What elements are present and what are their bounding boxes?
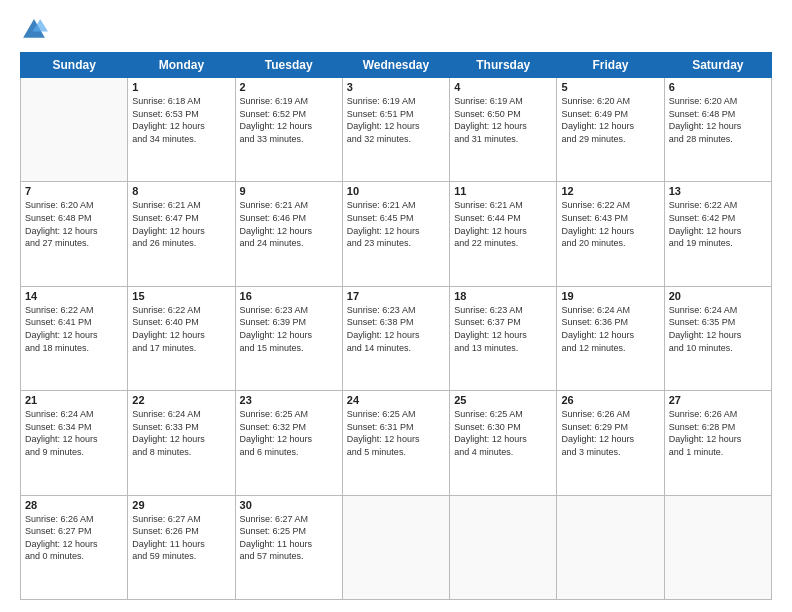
calendar-header-row: SundayMondayTuesdayWednesdayThursdayFrid… (21, 53, 772, 78)
calendar-day-header: Saturday (664, 53, 771, 78)
calendar-day-cell (450, 495, 557, 599)
calendar-day-cell: 19Sunrise: 6:24 AM Sunset: 6:36 PM Dayli… (557, 286, 664, 390)
day-info: Sunrise: 6:25 AM Sunset: 6:30 PM Dayligh… (454, 408, 552, 458)
calendar-day-header: Wednesday (342, 53, 449, 78)
day-info: Sunrise: 6:22 AM Sunset: 6:41 PM Dayligh… (25, 304, 123, 354)
day-number: 1 (132, 81, 230, 93)
day-info: Sunrise: 6:24 AM Sunset: 6:36 PM Dayligh… (561, 304, 659, 354)
day-info: Sunrise: 6:20 AM Sunset: 6:48 PM Dayligh… (25, 199, 123, 249)
day-number: 24 (347, 394, 445, 406)
calendar-day-cell (342, 495, 449, 599)
day-info: Sunrise: 6:23 AM Sunset: 6:37 PM Dayligh… (454, 304, 552, 354)
calendar-week-row: 14Sunrise: 6:22 AM Sunset: 6:41 PM Dayli… (21, 286, 772, 390)
calendar-day-cell: 8Sunrise: 6:21 AM Sunset: 6:47 PM Daylig… (128, 182, 235, 286)
day-info: Sunrise: 6:19 AM Sunset: 6:50 PM Dayligh… (454, 95, 552, 145)
calendar-day-cell: 4Sunrise: 6:19 AM Sunset: 6:50 PM Daylig… (450, 78, 557, 182)
day-info: Sunrise: 6:21 AM Sunset: 6:45 PM Dayligh… (347, 199, 445, 249)
calendar-day-cell: 30Sunrise: 6:27 AM Sunset: 6:25 PM Dayli… (235, 495, 342, 599)
page: SundayMondayTuesdayWednesdayThursdayFrid… (0, 0, 792, 612)
calendar-day-header: Friday (557, 53, 664, 78)
day-info: Sunrise: 6:24 AM Sunset: 6:35 PM Dayligh… (669, 304, 767, 354)
calendar-day-cell: 13Sunrise: 6:22 AM Sunset: 6:42 PM Dayli… (664, 182, 771, 286)
day-info: Sunrise: 6:22 AM Sunset: 6:40 PM Dayligh… (132, 304, 230, 354)
calendar-day-cell (664, 495, 771, 599)
calendar-day-cell: 10Sunrise: 6:21 AM Sunset: 6:45 PM Dayli… (342, 182, 449, 286)
logo (20, 16, 52, 44)
day-number: 19 (561, 290, 659, 302)
day-number: 6 (669, 81, 767, 93)
day-info: Sunrise: 6:20 AM Sunset: 6:48 PM Dayligh… (669, 95, 767, 145)
calendar-week-row: 7Sunrise: 6:20 AM Sunset: 6:48 PM Daylig… (21, 182, 772, 286)
day-info: Sunrise: 6:25 AM Sunset: 6:32 PM Dayligh… (240, 408, 338, 458)
day-info: Sunrise: 6:26 AM Sunset: 6:29 PM Dayligh… (561, 408, 659, 458)
day-number: 20 (669, 290, 767, 302)
day-number: 28 (25, 499, 123, 511)
calendar-day-cell: 21Sunrise: 6:24 AM Sunset: 6:34 PM Dayli… (21, 391, 128, 495)
calendar-day-header: Sunday (21, 53, 128, 78)
day-number: 18 (454, 290, 552, 302)
day-info: Sunrise: 6:21 AM Sunset: 6:47 PM Dayligh… (132, 199, 230, 249)
calendar-day-header: Tuesday (235, 53, 342, 78)
day-number: 22 (132, 394, 230, 406)
calendar-day-cell: 6Sunrise: 6:20 AM Sunset: 6:48 PM Daylig… (664, 78, 771, 182)
day-info: Sunrise: 6:23 AM Sunset: 6:38 PM Dayligh… (347, 304, 445, 354)
logo-icon (20, 16, 48, 44)
day-info: Sunrise: 6:21 AM Sunset: 6:44 PM Dayligh… (454, 199, 552, 249)
day-number: 21 (25, 394, 123, 406)
day-info: Sunrise: 6:22 AM Sunset: 6:42 PM Dayligh… (669, 199, 767, 249)
day-number: 9 (240, 185, 338, 197)
calendar-day-cell: 2Sunrise: 6:19 AM Sunset: 6:52 PM Daylig… (235, 78, 342, 182)
calendar-day-cell: 15Sunrise: 6:22 AM Sunset: 6:40 PM Dayli… (128, 286, 235, 390)
header (20, 16, 772, 44)
day-info: Sunrise: 6:19 AM Sunset: 6:51 PM Dayligh… (347, 95, 445, 145)
day-number: 8 (132, 185, 230, 197)
calendar-day-header: Monday (128, 53, 235, 78)
day-number: 27 (669, 394, 767, 406)
day-info: Sunrise: 6:26 AM Sunset: 6:27 PM Dayligh… (25, 513, 123, 563)
day-info: Sunrise: 6:24 AM Sunset: 6:34 PM Dayligh… (25, 408, 123, 458)
day-number: 3 (347, 81, 445, 93)
day-number: 4 (454, 81, 552, 93)
day-number: 2 (240, 81, 338, 93)
calendar-day-cell: 5Sunrise: 6:20 AM Sunset: 6:49 PM Daylig… (557, 78, 664, 182)
day-number: 30 (240, 499, 338, 511)
calendar-day-cell: 26Sunrise: 6:26 AM Sunset: 6:29 PM Dayli… (557, 391, 664, 495)
calendar-week-row: 21Sunrise: 6:24 AM Sunset: 6:34 PM Dayli… (21, 391, 772, 495)
calendar-day-cell (557, 495, 664, 599)
day-info: Sunrise: 6:18 AM Sunset: 6:53 PM Dayligh… (132, 95, 230, 145)
day-info: Sunrise: 6:21 AM Sunset: 6:46 PM Dayligh… (240, 199, 338, 249)
day-info: Sunrise: 6:24 AM Sunset: 6:33 PM Dayligh… (132, 408, 230, 458)
calendar-day-cell: 27Sunrise: 6:26 AM Sunset: 6:28 PM Dayli… (664, 391, 771, 495)
calendar-day-cell: 25Sunrise: 6:25 AM Sunset: 6:30 PM Dayli… (450, 391, 557, 495)
calendar-day-cell: 7Sunrise: 6:20 AM Sunset: 6:48 PM Daylig… (21, 182, 128, 286)
calendar-day-cell: 17Sunrise: 6:23 AM Sunset: 6:38 PM Dayli… (342, 286, 449, 390)
calendar-day-cell: 14Sunrise: 6:22 AM Sunset: 6:41 PM Dayli… (21, 286, 128, 390)
calendar-day-cell: 23Sunrise: 6:25 AM Sunset: 6:32 PM Dayli… (235, 391, 342, 495)
day-number: 10 (347, 185, 445, 197)
day-number: 25 (454, 394, 552, 406)
calendar-week-row: 28Sunrise: 6:26 AM Sunset: 6:27 PM Dayli… (21, 495, 772, 599)
day-info: Sunrise: 6:22 AM Sunset: 6:43 PM Dayligh… (561, 199, 659, 249)
calendar-day-cell: 22Sunrise: 6:24 AM Sunset: 6:33 PM Dayli… (128, 391, 235, 495)
calendar-day-cell: 3Sunrise: 6:19 AM Sunset: 6:51 PM Daylig… (342, 78, 449, 182)
calendar-table: SundayMondayTuesdayWednesdayThursdayFrid… (20, 52, 772, 600)
day-number: 16 (240, 290, 338, 302)
day-number: 7 (25, 185, 123, 197)
calendar-day-cell (21, 78, 128, 182)
calendar-day-header: Thursday (450, 53, 557, 78)
day-number: 11 (454, 185, 552, 197)
day-info: Sunrise: 6:20 AM Sunset: 6:49 PM Dayligh… (561, 95, 659, 145)
calendar-day-cell: 29Sunrise: 6:27 AM Sunset: 6:26 PM Dayli… (128, 495, 235, 599)
calendar-day-cell: 9Sunrise: 6:21 AM Sunset: 6:46 PM Daylig… (235, 182, 342, 286)
day-number: 12 (561, 185, 659, 197)
day-number: 13 (669, 185, 767, 197)
day-info: Sunrise: 6:26 AM Sunset: 6:28 PM Dayligh… (669, 408, 767, 458)
calendar-day-cell: 1Sunrise: 6:18 AM Sunset: 6:53 PM Daylig… (128, 78, 235, 182)
calendar-day-cell: 16Sunrise: 6:23 AM Sunset: 6:39 PM Dayli… (235, 286, 342, 390)
day-number: 26 (561, 394, 659, 406)
day-number: 23 (240, 394, 338, 406)
day-info: Sunrise: 6:27 AM Sunset: 6:25 PM Dayligh… (240, 513, 338, 563)
calendar-day-cell: 18Sunrise: 6:23 AM Sunset: 6:37 PM Dayli… (450, 286, 557, 390)
calendar-week-row: 1Sunrise: 6:18 AM Sunset: 6:53 PM Daylig… (21, 78, 772, 182)
day-info: Sunrise: 6:19 AM Sunset: 6:52 PM Dayligh… (240, 95, 338, 145)
